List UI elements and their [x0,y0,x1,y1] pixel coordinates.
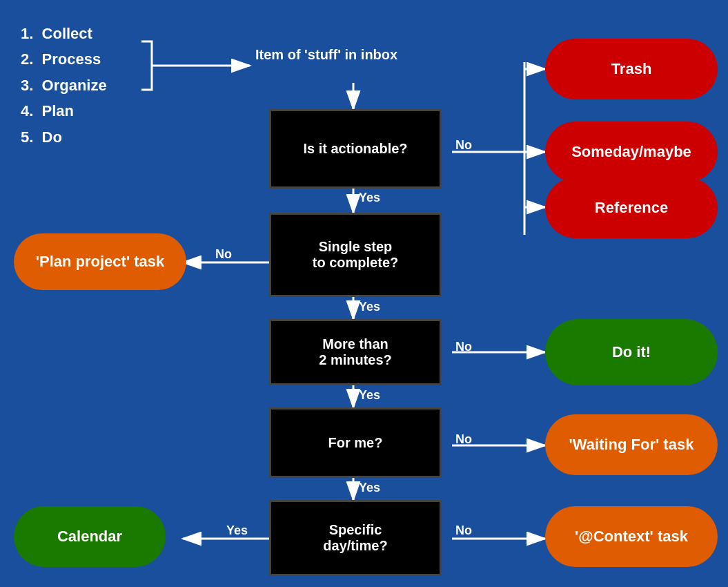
list-item-4: 4. Plan [21,98,107,124]
list-item-5: 5. Do [21,124,107,150]
box-single-step: Single stepto complete? [269,213,442,297]
label-yes-more2: Yes [359,388,380,403]
list-item-1: 1. Collect [21,21,107,46]
pill-plan-project: 'Plan project' task [14,233,186,290]
diagram-container: 1. Collect 2. Process 3. Organize 4. Pla… [0,0,728,587]
label-yes-specific: Yes [226,523,248,538]
pill-waiting-for: 'Waiting For' task [545,414,718,475]
box-specific-day: Specificday/time? [269,500,442,576]
pill-someday: Someday/maybe [545,122,718,182]
pill-do-it: Do it! [545,319,718,385]
label-no-specific: No [455,523,472,538]
label-no-forme: No [455,432,472,447]
label-no-single: No [215,247,232,262]
pill-trash: Trash [545,39,718,99]
list-item-2: 2. Process [21,46,107,72]
label-yes-forme: Yes [359,481,380,495]
label-no-actionable: No [455,138,472,153]
pill-calendar: Calendar [14,506,166,567]
box-actionable: Is it actionable? [269,109,442,189]
label-yes-single: Yes [359,300,380,314]
inbox-label: Item of 'stuff' in inbox [255,47,397,63]
list-item-3: 3. Organize [21,73,107,98]
pill-reference: Reference [545,177,718,238]
pill-context: '@Context' task [545,506,718,567]
intro-list: 1. Collect 2. Process 3. Organize 4. Pla… [21,21,107,150]
label-no-more2: No [455,340,472,354]
label-yes-actionable: Yes [359,191,380,205]
box-for-me: For me? [269,407,442,478]
box-more-than-2: More than2 minutes? [269,319,442,385]
